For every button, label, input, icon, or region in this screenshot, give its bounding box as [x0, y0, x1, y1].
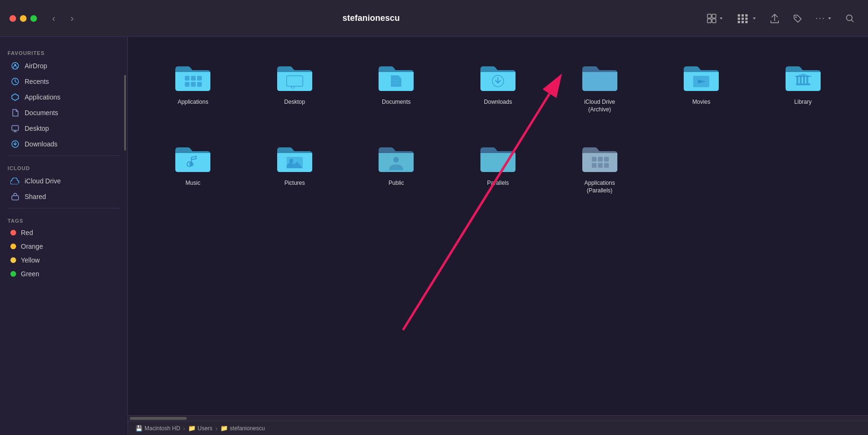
sidebar-divider-2 [8, 208, 120, 208]
sidebar-item-label: Orange [21, 243, 43, 250]
view-columns-button[interactable] [733, 11, 760, 26]
users-folder-icon: 📁 [188, 425, 196, 432]
folder-public-label: Public [389, 180, 404, 187]
svg-rect-6 [738, 21, 740, 23]
folder-parallels-icon [477, 137, 519, 175]
sidebar-item-tag-green[interactable]: Green [3, 267, 125, 281]
more-button[interactable]: ··· [812, 11, 836, 25]
svg-rect-22 [191, 76, 196, 81]
close-button[interactable] [9, 15, 16, 22]
sidebar: Favourites AirDrop Recents [0, 37, 128, 435]
hd-icon: 💾 [136, 425, 143, 432]
tag-yellow-dot [10, 257, 16, 263]
folder-library[interactable]: Library [757, 51, 849, 118]
search-button[interactable] [841, 12, 859, 25]
folder-downloads-icon [477, 56, 519, 94]
folder-applications[interactable]: Applications [147, 51, 239, 118]
sidebar-item-label: Red [21, 229, 33, 236]
scrollbar-thumb[interactable] [130, 417, 187, 420]
svg-point-38 [393, 157, 399, 163]
breadcrumb-users-label: Users [198, 425, 212, 432]
applications-icon [10, 92, 20, 102]
svg-rect-12 [745, 21, 748, 23]
svg-rect-30 [796, 83, 810, 85]
status-bar: 💾 Macintosh HD › 📁 Users › 📁 stefaniones… [128, 421, 868, 435]
title-bar: ‹ › stefanionescu [0, 0, 868, 37]
sidebar-item-applications[interactable]: Applications [3, 90, 125, 105]
svg-rect-5 [738, 18, 740, 20]
breadcrumb-macintosh-hd[interactable]: 💾 Macintosh HD [136, 425, 180, 432]
folder-pictures-label: Pictures [284, 180, 305, 187]
folder-public-icon [375, 137, 417, 175]
svg-point-35 [190, 162, 194, 166]
sidebar-item-icloud-drive[interactable]: iCloud Drive [3, 173, 125, 189]
svg-rect-4 [738, 14, 740, 17]
svg-rect-3 [712, 19, 716, 23]
folder-music[interactable]: Music [147, 132, 239, 199]
svg-rect-41 [604, 157, 609, 162]
recents-icon [10, 77, 20, 86]
folder-applications-label: Applications [178, 99, 208, 106]
svg-rect-8 [741, 18, 744, 20]
folder-library-icon [782, 56, 824, 94]
view-grid-button[interactable] [703, 11, 727, 26]
folder-desktop-icon [273, 56, 316, 94]
svg-point-16 [14, 64, 16, 66]
folder-icloud-archive-icon [579, 56, 621, 94]
folder-movies[interactable]: Movies [655, 51, 748, 118]
minimize-button[interactable] [20, 15, 27, 22]
svg-rect-21 [185, 76, 190, 81]
share-button[interactable] [766, 11, 783, 26]
sidebar-item-tag-yellow[interactable]: Yellow [3, 254, 125, 267]
sidebar-item-downloads[interactable]: Downloads [3, 136, 125, 152]
sidebar-item-tag-red[interactable]: Red [3, 226, 125, 239]
tag-green-dot [10, 271, 16, 277]
svg-rect-7 [741, 14, 744, 17]
sidebar-item-label: AirDrop [25, 62, 47, 70]
folder-movies-label: Movies [692, 99, 710, 106]
breadcrumb: 💾 Macintosh HD › 📁 Users › 📁 stefaniones… [136, 425, 265, 432]
folder-documents-label: Documents [382, 99, 411, 106]
folder-parallels[interactable]: Parallels [452, 132, 544, 199]
breadcrumb-user-label: stefanionescu [230, 425, 265, 432]
folder-desktop[interactable]: Desktop [249, 51, 341, 118]
sidebar-item-shared[interactable]: Shared [3, 189, 125, 204]
scrollbar-track[interactable] [128, 415, 868, 421]
folder-applications-parallels[interactable]: Applications(Parallels) [553, 132, 646, 199]
folder-downloads[interactable]: Downloads [452, 51, 544, 118]
folder-parallels-label: Parallels [487, 180, 509, 187]
svg-rect-23 [197, 76, 202, 81]
window-controls [9, 15, 37, 22]
folder-pictures[interactable]: Pictures [249, 132, 341, 199]
sidebar-item-recents[interactable]: Recents [3, 74, 125, 89]
sidebar-item-tag-orange[interactable]: Orange [3, 240, 125, 253]
sidebar-scrollbar[interactable] [124, 75, 126, 151]
svg-rect-39 [592, 157, 597, 162]
tag-button[interactable] [789, 12, 806, 25]
window-title: stefanionescu [47, 13, 695, 23]
svg-rect-31 [796, 76, 798, 83]
svg-rect-26 [197, 82, 202, 87]
sidebar-item-airdrop[interactable]: AirDrop [3, 58, 125, 73]
sidebar-item-label: Desktop [25, 125, 49, 132]
folder-music-label: Music [186, 180, 200, 187]
maximize-button[interactable] [30, 15, 37, 22]
sidebar-item-label: Recents [25, 78, 49, 85]
folder-public[interactable]: Public [350, 132, 443, 199]
sidebar-item-label: Downloads [25, 140, 57, 148]
folder-icloud-archive[interactable]: iCloud Drive(Archive) [553, 51, 646, 118]
toolbar-right: ··· [703, 11, 859, 26]
svg-rect-11 [745, 18, 748, 20]
breadcrumb-users[interactable]: 📁 Users [188, 425, 212, 432]
folder-documents[interactable]: Documents [350, 51, 443, 118]
user-folder-icon: 📁 [220, 425, 228, 432]
folder-applications-parallels-icon [579, 137, 621, 175]
shared-icon [10, 192, 20, 201]
sidebar-item-documents[interactable]: Documents [3, 105, 125, 120]
folder-library-label: Library [794, 99, 812, 106]
svg-rect-2 [707, 19, 711, 23]
sidebar-item-desktop[interactable]: Desktop [3, 121, 125, 136]
breadcrumb-user[interactable]: 📁 stefanionescu [220, 425, 265, 432]
sidebar-item-label: Applications [25, 93, 61, 101]
folder-documents-icon [375, 56, 417, 94]
